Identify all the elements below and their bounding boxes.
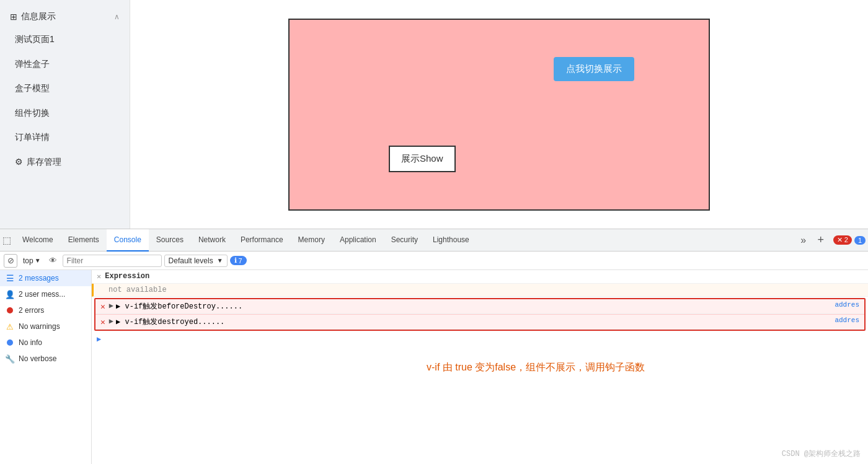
expression-label: Expression: [105, 272, 149, 281]
error-group-box: ✕ ▶ ▶ v-if触发beforeDestroy...... addres ✕…: [94, 298, 866, 331]
toggle-button[interactable]: 点我切换展示: [554, 57, 634, 81]
not-available-text: not available: [99, 286, 167, 294]
expand-arrow-2[interactable]: ▶: [109, 317, 113, 326]
list-icon: ☰: [5, 273, 15, 283]
grid-icon: ⊞: [10, 12, 17, 22]
tab-elements[interactable]: Elements: [61, 229, 107, 252]
info-icon-small: ℹ: [234, 256, 237, 265]
user-icon: 👤: [5, 289, 15, 299]
error-count-badge: ✕ 2: [833, 235, 852, 245]
tab-memory[interactable]: Memory: [291, 229, 332, 252]
error-link-2[interactable]: addres: [835, 317, 859, 324]
levels-selector[interactable]: Default levels ▼: [164, 255, 228, 267]
error-icon-2: ✕: [100, 317, 105, 327]
filter-verbose[interactable]: 🔧 No verbose: [0, 351, 91, 367]
demo-box: 点我切换展示 展示Show: [288, 19, 710, 211]
sidebar-item-order-detail[interactable]: 订单详情: [0, 125, 130, 150]
main-content: 点我切换展示 展示Show: [130, 0, 868, 229]
expand-arrow-1[interactable]: ▶: [109, 301, 113, 310]
devtools-tabs: ⬚ Welcome Elements Console Sources Netwo…: [0, 229, 868, 252]
add-tab-button[interactable]: +: [812, 232, 830, 249]
sidebar-item-flex-box[interactable]: 弹性盒子: [0, 52, 130, 77]
tab-lighthouse[interactable]: Lighthouse: [425, 229, 477, 252]
tab-application[interactable]: Application: [332, 229, 384, 252]
sidebar: ⊞ 信息展示 ∧ 测试页面1 弹性盒子 盒子模型 组件切换 订单详情 ⚙ 库存管…: [0, 0, 130, 229]
sidebar-group-header[interactable]: ⊞ 信息展示 ∧: [0, 6, 130, 27]
console-log-area: ✕ Expression not available ✕ ▶ ▶ v-if触发b…: [92, 270, 868, 464]
error-text-2: ▶ v-if触发destroyed......: [116, 317, 224, 327]
message-count-badge: ℹ 7: [230, 256, 247, 265]
console-entry-not-available: not available: [92, 284, 868, 297]
context-dropdown-icon: ▼: [35, 257, 41, 264]
context-selector[interactable]: top ▼: [20, 255, 44, 267]
info-circle-icon: [5, 338, 15, 348]
filter-input[interactable]: [63, 255, 162, 267]
clear-console-button[interactable]: ⊘: [4, 254, 17, 268]
error-icon-1: ✕: [100, 302, 105, 312]
filter-all-messages[interactable]: ☰ 2 messages: [0, 270, 91, 286]
filter-user-messages[interactable]: 👤 2 user mess...: [0, 286, 91, 302]
console-annotation: v-if 由 true 变为false，组件不展示，调用钩子函数: [427, 361, 645, 374]
sidebar-item-box-model[interactable]: 盒子模型: [0, 76, 130, 101]
sidebar-item-component-switch[interactable]: 组件切换: [0, 101, 130, 126]
error-circle-icon: [5, 305, 15, 315]
sidebar-item-inventory[interactable]: ⚙ 库存管理: [0, 150, 130, 175]
devtools-dock-icon[interactable]: ⬚: [2, 235, 11, 246]
sidebar-item-test-page[interactable]: 测试页面1: [0, 27, 130, 52]
expression-header: ✕ Expression: [92, 270, 868, 284]
filter-errors[interactable]: 2 errors: [0, 302, 91, 318]
tab-network[interactable]: Network: [191, 229, 233, 252]
filter-info[interactable]: No info: [0, 335, 91, 351]
prompt-arrow-icon: ▶: [97, 335, 101, 343]
tab-console[interactable]: Console: [107, 229, 149, 252]
tab-performance[interactable]: Performance: [233, 229, 291, 252]
error-link-1[interactable]: addres: [835, 301, 859, 309]
levels-dropdown-icon: ▼: [217, 257, 223, 264]
devtools-toolbar: ⊘ top ▼ 👁 Default levels ▼ ℹ 7: [0, 252, 868, 270]
verbose-icon: 🔧: [5, 354, 15, 364]
tab-welcome[interactable]: Welcome: [15, 229, 61, 252]
devtools-panel: ⬚ Welcome Elements Console Sources Netwo…: [0, 229, 868, 464]
info-count-badge: 1: [854, 236, 866, 245]
filter-warnings[interactable]: ⚠ No warnings: [0, 318, 91, 335]
show-box: 展示Show: [389, 146, 456, 172]
sidebar-group-label: 信息展示: [21, 11, 56, 22]
eye-icon[interactable]: 👁: [46, 254, 60, 268]
more-tabs-button[interactable]: »: [795, 232, 812, 249]
error-text-1: ▶ v-if触发beforeDestroy......: [116, 301, 242, 312]
devtools-body: ☰ 2 messages 👤 2 user mess... 2 errors ⚠…: [0, 270, 868, 464]
warning-icon: ⚠: [5, 322, 15, 331]
console-prompt[interactable]: ▶: [92, 332, 868, 346]
tab-sources[interactable]: Sources: [149, 229, 191, 252]
csdn-watermark: CSDN @架构师全栈之路: [782, 449, 861, 459]
console-entry-error-2[interactable]: ✕ ▶ ▶ v-if触发destroyed...... addres: [95, 314, 864, 330]
gear-icon: ⚙: [15, 156, 23, 169]
console-sidebar: ☰ 2 messages 👤 2 user mess... 2 errors ⚠…: [0, 270, 92, 464]
close-expression-button[interactable]: ✕: [97, 272, 101, 281]
tab-security[interactable]: Security: [384, 229, 425, 252]
chevron-up-icon: ∧: [114, 12, 120, 21]
console-entry-error-1[interactable]: ✕ ▶ ▶ v-if触发beforeDestroy...... addres: [95, 299, 864, 314]
